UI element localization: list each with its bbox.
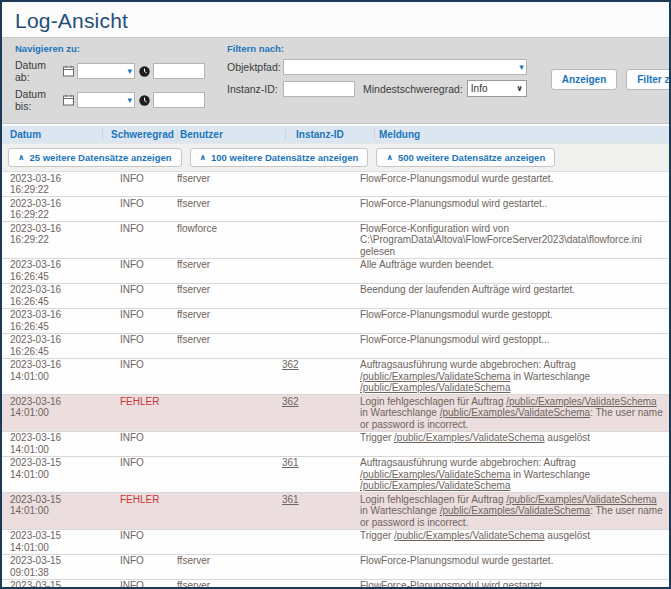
load-more-strip-top: ∧25 weitere Datensätze anzeigen∧100 weit… (2, 144, 669, 172)
objectpath-select[interactable]: ▾ (283, 59, 527, 75)
log-date: 2023-03-15 14:01:00 (2, 457, 102, 493)
clock-icon[interactable] (138, 65, 150, 77)
objectpath-link[interactable]: /public/Examples/ValidateSchema (440, 505, 590, 516)
log-date: 2023-03-15 09:01:38 (2, 555, 102, 579)
table-row: 2023-03-16 14:01:00INFOTrigger /public/E… (2, 432, 669, 457)
date-to-row: Datum bis: ▾ (15, 88, 205, 112)
table-row: 2023-03-16 14:01:00INFO362Auftragsausfüh… (2, 359, 669, 396)
log-instance: 361 (282, 457, 360, 493)
column-header-date[interactable]: Datum (2, 129, 103, 140)
table-row: 2023-03-16 16:26:45INFOffserverAlle Auft… (2, 259, 669, 284)
objectpath-link[interactable]: /public/Examples/ValidateSchema (394, 432, 544, 443)
load-more-button[interactable]: ∧100 weitere Datensätze anzeigen (190, 148, 369, 167)
log-user: ffserver (177, 172, 282, 196)
objectpath-link[interactable]: /public/Examples/ValidateSchema (360, 382, 510, 393)
clock-icon[interactable] (138, 94, 150, 106)
log-severity: INFO (102, 197, 177, 221)
objectpath-link[interactable]: /public/Examples/ValidateSchema (506, 494, 656, 505)
reset-filter-button[interactable]: Filter zurücksetzen (626, 69, 671, 90)
log-date: 2023-03-16 14:01:00 (2, 432, 102, 456)
calendar-icon[interactable] (62, 65, 74, 77)
instance-id-input[interactable] (283, 81, 355, 97)
instance-link[interactable]: 362 (282, 359, 299, 370)
log-date: 2023-03-16 16:26:45 (2, 284, 102, 308)
table-row: 2023-03-16 16:29:22INFOflowforceFlowForc… (2, 222, 669, 259)
calendar-icon[interactable] (62, 94, 74, 106)
column-header-user[interactable]: Benutzer (178, 129, 286, 140)
time-to-input[interactable] (153, 92, 205, 108)
objectpath-row: Objektpfad: ▾ (227, 59, 527, 75)
filter-by-section: Filtern nach: Objektpfad: ▾ Instanz-ID: … (215, 41, 537, 117)
table-row: 2023-03-16 16:29:22INFOffserverFlowForce… (2, 197, 669, 222)
objectpath-link[interactable]: /public/Examples/ValidateSchema (440, 407, 590, 418)
chevron-up-icon: ∧ (386, 154, 393, 162)
log-message: FlowForce-Planungsmodul wird gestartet.. (360, 197, 669, 221)
log-severity: FEHLER (102, 395, 177, 431)
load-more-label: 100 weitere Datensätze anzeigen (211, 152, 358, 163)
objectpath-link[interactable]: /public/Examples/ValidateSchema (360, 480, 510, 491)
log-severity: INFO (102, 457, 177, 493)
log-user: flowforce (177, 222, 282, 258)
log-user (177, 530, 282, 554)
log-message: FlowForce-Konfiguration wird von C:\Prog… (360, 222, 669, 258)
log-date: 2023-03-16 16:26:45 (2, 309, 102, 333)
load-more-label: 500 weitere Datensätze anzeigen (398, 152, 545, 163)
log-instance: 362 (282, 395, 360, 431)
log-user (177, 457, 282, 493)
log-user: ffserver (177, 309, 282, 333)
instance-link[interactable]: 362 (282, 396, 299, 407)
min-severity-select[interactable]: Info ∨ (467, 80, 527, 97)
column-header-instance[interactable]: Instanz-ID (286, 129, 375, 140)
log-severity: INFO (102, 284, 177, 308)
objectpath-link[interactable]: /public/Examples/ValidateSchema (360, 469, 510, 480)
chevron-down-icon: ▾ (127, 96, 132, 105)
log-user (177, 395, 282, 431)
log-user: ffserver (177, 259, 282, 283)
objectpath-link[interactable]: /public/Examples/ValidateSchema (394, 530, 544, 541)
log-severity: INFO (102, 555, 177, 579)
log-message: Alle Aufträge wurden beendet. (360, 259, 669, 283)
date-from-row: Datum ab: ▾ (15, 59, 205, 83)
chevron-up-icon: ∧ (18, 154, 25, 162)
load-more-button[interactable]: ∧500 weitere Datensätze anzeigen (376, 148, 555, 167)
log-message: Beendung der laufenden Aufträge wird ges… (360, 284, 669, 308)
instance-link[interactable]: 361 (282, 457, 299, 468)
objectpath-link[interactable]: /public/Examples/ValidateSchema (506, 396, 656, 407)
date-to-select[interactable]: ▾ (77, 92, 135, 108)
objectpath-link[interactable]: /public/Examples/ValidateSchema (360, 371, 510, 382)
column-header-message[interactable]: Meldung (375, 129, 669, 140)
log-user (177, 432, 282, 456)
table-row: 2023-03-16 16:26:45INFOffserverFlowForce… (2, 309, 669, 334)
log-message: Trigger /public/Examples/ValidateSchema … (360, 530, 669, 554)
log-message: Trigger /public/Examples/ValidateSchema … (360, 432, 669, 456)
time-from-input[interactable] (153, 63, 205, 79)
chevron-down-icon: ▾ (519, 63, 524, 72)
log-rows: 2023-03-16 16:29:22INFOffserverFlowForce… (2, 172, 669, 589)
load-more-button[interactable]: ∧25 weitere Datensätze anzeigen (8, 148, 182, 167)
table-row: 2023-03-16 16:26:45INFOffserverFlowForce… (2, 334, 669, 359)
log-severity: INFO (102, 334, 177, 358)
log-date: 2023-03-16 16:29:22 (2, 197, 102, 221)
log-date: 2023-03-16 14:01:00 (2, 395, 102, 431)
log-message: FlowForce-Planungsmodul wird gestartet.. (360, 580, 669, 589)
log-severity: INFO (102, 222, 177, 258)
log-user (177, 493, 282, 529)
chevron-up-icon: ∧ (200, 154, 207, 162)
log-message: Auftragsausführung wurde abgebrochen: Au… (360, 359, 669, 395)
column-header-severity[interactable]: Schweregrad (103, 129, 178, 140)
log-instance (282, 309, 360, 333)
log-date: 2023-03-15 14:01:00 (2, 530, 102, 554)
min-severity-label: Mindestschweregrad: (363, 83, 463, 95)
instance-link[interactable]: 361 (282, 494, 299, 505)
table-row: 2023-03-16 14:01:00FEHLER362Login fehlge… (2, 395, 669, 432)
log-date: 2023-03-16 16:26:45 (2, 334, 102, 358)
log-date: 2023-03-16 16:29:22 (2, 222, 102, 258)
table-header: Datum Schweregrad Benutzer Instanz-ID Me… (2, 126, 669, 144)
show-button[interactable]: Anzeigen (551, 69, 617, 90)
log-severity: INFO (102, 432, 177, 456)
log-severity: INFO (102, 580, 177, 589)
log-message: Login fehlgeschlagen für Auftrag /public… (360, 395, 669, 431)
date-from-select[interactable]: ▾ (77, 63, 135, 79)
date-from-label: Datum ab: (15, 59, 59, 83)
log-message: FlowForce-Planungsmodul wird gestoppt... (360, 334, 669, 358)
